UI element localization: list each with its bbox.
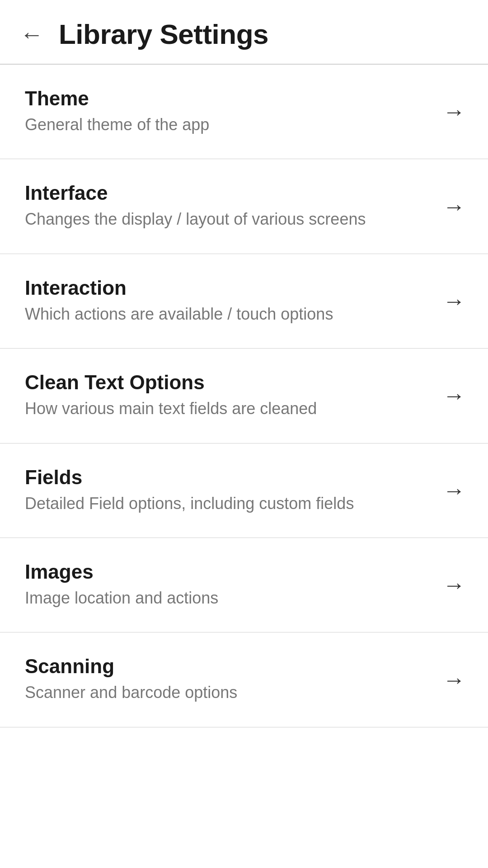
settings-item-title-theme: Theme — [25, 87, 429, 110]
settings-item-arrow-images: → — [443, 572, 465, 598]
settings-item-theme[interactable]: Theme General theme of the app → — [0, 65, 488, 159]
settings-item-interface[interactable]: Interface Changes the display / layout o… — [0, 159, 488, 254]
settings-item-arrow-scanning: → — [443, 667, 465, 693]
settings-item-interaction[interactable]: Interaction Which actions are available … — [0, 254, 488, 349]
settings-item-scanning[interactable]: Scanning Scanner and barcode options → — [0, 632, 488, 727]
back-button[interactable]: ← — [18, 21, 45, 48]
settings-item-desc-images: Image location and actions — [25, 587, 429, 609]
settings-item-desc-clean-text-options: How various main text fields are cleaned — [25, 397, 429, 420]
settings-item-desc-fields: Detailed Field options, including custom… — [25, 492, 429, 515]
settings-item-images[interactable]: Images Image location and actions → — [0, 538, 488, 632]
settings-item-title-interaction: Interaction — [25, 277, 429, 299]
settings-item-arrow-interaction: → — [443, 288, 465, 314]
settings-item-content-theme: Theme General theme of the app — [25, 87, 443, 136]
settings-item-desc-scanning: Scanner and barcode options — [25, 681, 429, 704]
settings-item-title-fields: Fields — [25, 466, 429, 489]
settings-item-desc-interface: Changes the display / layout of various … — [25, 208, 429, 231]
settings-item-arrow-interface: → — [443, 193, 465, 220]
settings-item-clean-text-options[interactable]: Clean Text Options How various main text… — [0, 349, 488, 443]
settings-item-content-interaction: Interaction Which actions are available … — [25, 277, 443, 326]
settings-item-fields[interactable]: Fields Detailed Field options, including… — [0, 443, 488, 538]
settings-item-content-interface: Interface Changes the display / layout o… — [25, 182, 443, 231]
settings-item-title-images: Images — [25, 561, 429, 583]
settings-item-desc-theme: General theme of the app — [25, 113, 429, 136]
app-header: ← Library Settings — [0, 0, 488, 64]
settings-item-title-interface: Interface — [25, 182, 429, 204]
settings-item-arrow-clean-text-options: → — [443, 382, 465, 409]
settings-item-content-images: Images Image location and actions — [25, 561, 443, 609]
settings-item-title-clean-text-options: Clean Text Options — [25, 371, 429, 394]
settings-item-title-scanning: Scanning — [25, 655, 429, 678]
settings-item-arrow-fields: → — [443, 477, 465, 504]
settings-list: Theme General theme of the app → Interfa… — [0, 65, 488, 727]
back-arrow-icon: ← — [20, 23, 43, 46]
settings-item-arrow-theme: → — [443, 99, 465, 125]
settings-item-content-scanning: Scanning Scanner and barcode options — [25, 655, 443, 704]
page-title: Library Settings — [59, 18, 268, 50]
settings-item-desc-interaction: Which actions are available / touch opti… — [25, 303, 429, 326]
settings-item-content-clean-text-options: Clean Text Options How various main text… — [25, 371, 443, 420]
settings-item-content-fields: Fields Detailed Field options, including… — [25, 466, 443, 515]
